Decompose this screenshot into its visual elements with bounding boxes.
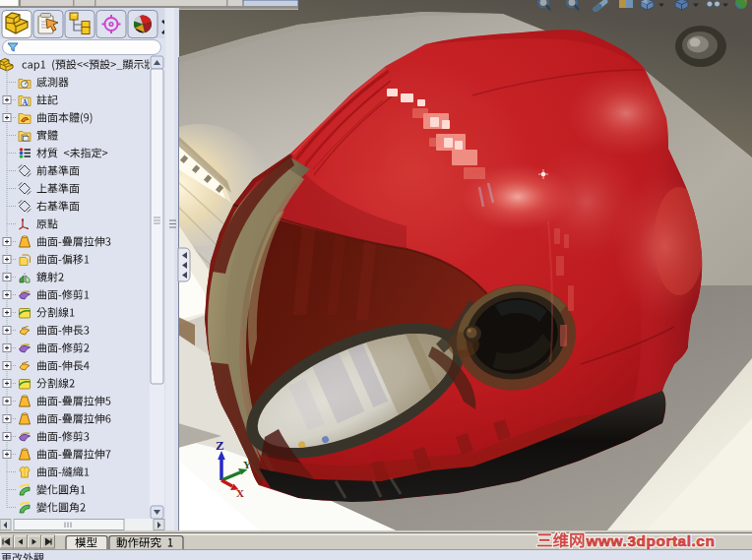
svg-text:Y: Y	[243, 459, 251, 470]
svg-text:A: A	[23, 98, 29, 107]
svg-text:www.3dportal.cn: www.3dportal.cn	[586, 532, 716, 549]
svg-text:Z: Z	[216, 438, 224, 453]
svg-text:X: X	[236, 487, 244, 499]
